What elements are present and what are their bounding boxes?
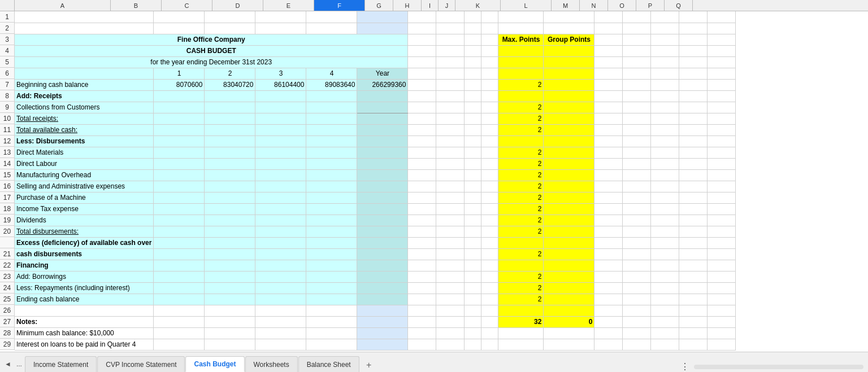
cell-l28[interactable]	[544, 327, 594, 339]
cell-q18[interactable]	[708, 203, 736, 215]
cell-m16[interactable]	[594, 181, 623, 192]
cell-q6[interactable]	[708, 68, 736, 79]
cell-l4[interactable]	[544, 45, 594, 56]
cell-e16[interactable]	[306, 181, 357, 192]
cell-b27[interactable]	[154, 316, 205, 327]
cell-c19[interactable]	[205, 215, 255, 226]
cell-b12[interactable]	[154, 135, 205, 147]
cell-k3-header[interactable]: Max. Points	[498, 34, 544, 45]
cell-c13[interactable]	[205, 147, 255, 158]
cell-n4[interactable]	[623, 45, 651, 56]
cell-m18[interactable]	[594, 203, 623, 215]
cell-j22[interactable]	[481, 260, 498, 271]
cell-i10[interactable]	[465, 113, 481, 124]
cell-j15[interactable]	[481, 169, 498, 181]
cell-c9[interactable]	[205, 102, 255, 113]
cell-m10[interactable]	[594, 113, 623, 124]
cell-b2[interactable]	[154, 23, 205, 34]
cell-h11[interactable]	[436, 124, 465, 135]
cell-m8[interactable]	[594, 90, 623, 102]
cell-d23[interactable]	[255, 271, 306, 282]
cell-c16[interactable]	[205, 181, 255, 192]
cell-q11[interactable]	[708, 124, 736, 135]
cell-l24[interactable]	[544, 282, 594, 294]
cell-j6[interactable]	[481, 68, 498, 79]
cell-d29[interactable]	[255, 339, 306, 350]
cell-j14[interactable]	[481, 158, 498, 169]
cell-p28[interactable]	[679, 327, 708, 339]
cell-j5[interactable]	[481, 56, 498, 68]
cell-i17[interactable]	[465, 192, 481, 203]
cell-l12[interactable]	[544, 135, 594, 147]
cell-l22[interactable]	[544, 260, 594, 271]
cell-k16[interactable]: 2	[498, 181, 544, 192]
cell-g24[interactable]	[408, 282, 436, 294]
cell-h4[interactable]	[436, 45, 465, 56]
cell-a6[interactable]	[15, 68, 154, 79]
cell-f12[interactable]	[357, 135, 408, 147]
col-header-n[interactable]: N	[580, 0, 608, 11]
cell-h26[interactable]	[436, 305, 465, 316]
cell-o27[interactable]	[651, 316, 679, 327]
cell-b18[interactable]	[154, 203, 205, 215]
cell-g9[interactable]	[408, 102, 436, 113]
cell-a11[interactable]: Total available cash:	[15, 124, 154, 135]
cell-i12[interactable]	[465, 135, 481, 147]
cell-l5[interactable]	[544, 56, 594, 68]
cell-l11[interactable]	[544, 124, 594, 135]
col-header-h[interactable]: H	[393, 0, 422, 11]
cell-l7[interactable]	[544, 79, 594, 90]
cell-p25[interactable]	[679, 294, 708, 305]
cell-e8[interactable]	[306, 90, 357, 102]
cell-f10[interactable]	[357, 113, 408, 124]
cell-cash-budget-title[interactable]: CASH BUDGET	[15, 45, 408, 56]
cell-p5[interactable]	[679, 56, 708, 68]
cell-p17[interactable]	[679, 192, 708, 203]
cell-m23[interactable]	[594, 271, 623, 282]
cell-h9[interactable]	[436, 102, 465, 113]
cell-a10[interactable]: Total receipts:	[15, 113, 154, 124]
cell-i15[interactable]	[465, 169, 481, 181]
cell-f26[interactable]	[357, 305, 408, 316]
cell-q19[interactable]	[708, 215, 736, 226]
cell-g20[interactable]	[408, 226, 436, 237]
cell-j7[interactable]	[481, 79, 498, 90]
cell-g11[interactable]	[408, 124, 436, 135]
cell-n12[interactable]	[623, 135, 651, 147]
cell-b16[interactable]	[154, 181, 205, 192]
cell-o26[interactable]	[651, 305, 679, 316]
cell-e2[interactable]	[306, 23, 357, 34]
cell-q14[interactable]	[708, 158, 736, 169]
cell-o25[interactable]	[651, 294, 679, 305]
cell-m7[interactable]	[594, 79, 623, 90]
cell-j16[interactable]	[481, 181, 498, 192]
cell-j26[interactable]	[481, 305, 498, 316]
cell-f13[interactable]	[357, 147, 408, 158]
col-header-q[interactable]: Q	[665, 0, 693, 11]
cell-p10[interactable]	[679, 113, 708, 124]
cell-n26[interactable]	[623, 305, 651, 316]
cell-f2[interactable]	[357, 23, 408, 34]
cell-h7[interactable]	[436, 79, 465, 90]
cell-e20[interactable]	[306, 226, 357, 237]
cell-o24[interactable]	[651, 282, 679, 294]
cell-i3[interactable]	[465, 34, 481, 45]
cell-l16[interactable]	[544, 181, 594, 192]
cell-k21[interactable]: 2	[498, 248, 544, 260]
cell-j29[interactable]	[481, 339, 498, 350]
cell-b15[interactable]	[154, 169, 205, 181]
cell-c20[interactable]	[205, 226, 255, 237]
cell-p8[interactable]	[679, 90, 708, 102]
cell-k2[interactable]	[498, 23, 544, 34]
cell-h1[interactable]	[436, 11, 465, 23]
cell-p27[interactable]	[679, 316, 708, 327]
cell-e15[interactable]	[306, 169, 357, 181]
cell-j9[interactable]	[481, 102, 498, 113]
cell-g14[interactable]	[408, 158, 436, 169]
cell-g23[interactable]	[408, 271, 436, 282]
cell-m15[interactable]	[594, 169, 623, 181]
cell-k12[interactable]	[498, 135, 544, 147]
cell-i7[interactable]	[465, 79, 481, 90]
cell-h19[interactable]	[436, 215, 465, 226]
cell-j2[interactable]	[481, 23, 498, 34]
